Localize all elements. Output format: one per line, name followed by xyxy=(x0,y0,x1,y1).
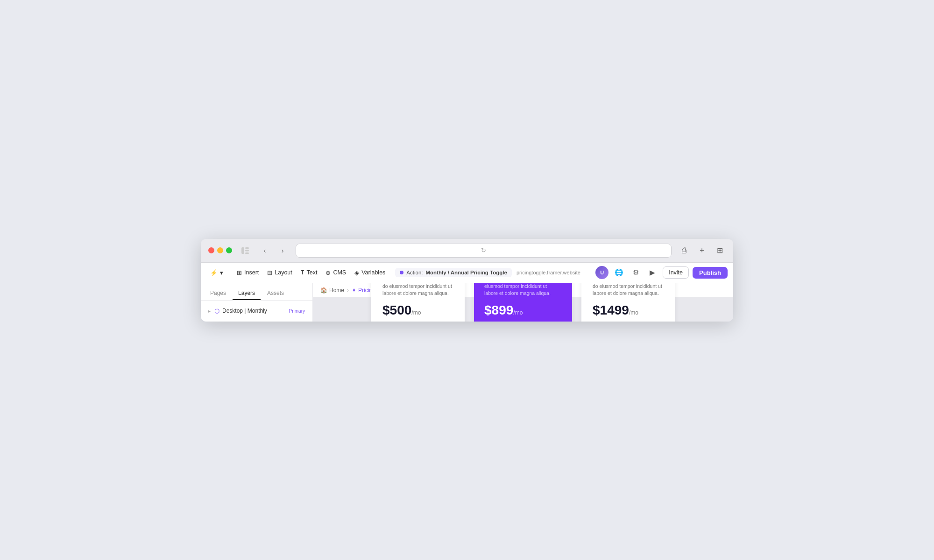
layer-expand-icon: ▸ xyxy=(208,308,211,314)
pricing-card-enterprise: Enterprise Lorem ipsum dolor sit amet, c… xyxy=(581,283,675,322)
avatar: U xyxy=(595,266,609,279)
svg-rect-1 xyxy=(245,247,249,249)
breadcrumb-current-icon: ✦ xyxy=(352,287,356,294)
site-url-label: pricingtoggle.framer.website xyxy=(517,270,580,275)
price-period-enterprise: /mo xyxy=(629,309,638,316)
sidebar-content: ▸ ⬡ Desktop | Monthly Primary xyxy=(201,301,312,322)
back-button[interactable]: ‹ xyxy=(258,244,271,257)
share-button[interactable]: ⎙ xyxy=(678,245,690,257)
settings-button[interactable]: ⚙ xyxy=(629,266,642,279)
pricing-container: Basic Lorem ipsum dolor sit amet, consec… xyxy=(371,283,675,322)
pricing-card-pro: Pro Popular Lorem ipsum dolor sit amet, … xyxy=(474,283,572,322)
price-period-basic: /mo xyxy=(411,309,421,316)
logo-chevron-icon: ▾ xyxy=(220,269,223,276)
browser-navigation: ‹ › xyxy=(258,244,289,257)
plan-desc-enterprise: Lorem ipsum dolor sit amet, consectetur … xyxy=(593,283,664,298)
site-url-button[interactable]: pricingtoggle.framer.website xyxy=(513,267,584,278)
action-indicator[interactable]: Action: Monthly / Annual Pricing Toggle xyxy=(395,268,512,277)
variables-button[interactable]: ◈ Variables xyxy=(351,267,389,279)
insert-button[interactable]: ⊞ Insert xyxy=(233,267,262,279)
traffic-lights xyxy=(208,247,232,253)
sidebar-toggle-button[interactable] xyxy=(239,244,252,257)
browser-actions: ⎙ ＋ ⊞ xyxy=(678,245,726,257)
pricing-card-basic: Basic Lorem ipsum dolor sit amet, consec… xyxy=(371,283,465,322)
insert-icon: ⊞ xyxy=(237,269,242,276)
preview-button[interactable]: ▶ xyxy=(646,266,659,279)
layer-badge: Primary xyxy=(289,308,305,314)
address-bar[interactable]: ↻ xyxy=(296,244,672,258)
breadcrumb-home[interactable]: 🏠 Home xyxy=(320,287,344,294)
forward-button[interactable]: › xyxy=(276,244,289,257)
svg-rect-3 xyxy=(245,252,249,254)
invite-button[interactable]: Invite xyxy=(663,266,689,279)
cms-button[interactable]: ⊕ CMS xyxy=(322,267,350,279)
toolbar-separator-2 xyxy=(392,268,392,277)
price-amount-pro: $899 xyxy=(484,303,513,317)
invite-label: Invite xyxy=(669,269,683,276)
cms-icon: ⊕ xyxy=(325,269,331,276)
variables-label: Variables xyxy=(361,269,385,276)
text-label: Text xyxy=(306,269,317,276)
minimize-button[interactable] xyxy=(217,247,223,253)
layer-item[interactable]: ▸ ⬡ Desktop | Monthly Primary xyxy=(205,305,309,317)
layer-name: Desktop | Monthly xyxy=(222,308,286,314)
main-area: Pages Layers Assets ▸ ⬡ Desktop | Monthl… xyxy=(201,283,733,322)
framer-logo-icon: ⚡ xyxy=(210,269,218,276)
fullscreen-button[interactable] xyxy=(226,247,232,253)
grid-button[interactable]: ⊞ xyxy=(714,245,726,257)
close-button[interactable] xyxy=(208,247,214,253)
price-period-pro: /mo xyxy=(513,309,523,316)
breadcrumb-home-label: Home xyxy=(329,287,344,294)
browser-window: ‹ › ↻ ⎙ ＋ ⊞ ⚡ ▾ ⊞ Insert ⊟ Layout T Text xyxy=(201,239,733,322)
sidebar-tab-layers[interactable]: Layers xyxy=(233,287,261,300)
canvas-area: 🏠 Home › ✦ Pricing Desktop | Monthly - P… xyxy=(313,283,733,322)
action-name: Monthly / Annual Pricing Toggle xyxy=(426,270,507,275)
framer-toolbar: ⚡ ▾ ⊞ Insert ⊟ Layout T Text ⊕ CMS ◈ Var… xyxy=(201,263,733,283)
svg-rect-2 xyxy=(245,250,249,251)
sidebar-tabs: Pages Layers Assets xyxy=(201,283,312,301)
plan-desc-pro: Lorem ipsum dolor sit amet, consectetur … xyxy=(484,283,562,298)
insert-label: Insert xyxy=(244,269,259,276)
text-icon: T xyxy=(301,269,304,276)
new-tab-button[interactable]: ＋ xyxy=(696,245,708,257)
breadcrumb-separator: › xyxy=(347,287,349,294)
price-amount-basic: $500 xyxy=(382,303,411,317)
plan-price-pro: $899/mo xyxy=(484,303,562,318)
layer-component-icon: ⬡ xyxy=(214,308,219,315)
publish-label: Publish xyxy=(699,269,721,276)
text-button[interactable]: T Text xyxy=(297,267,321,278)
logo-menu-button[interactable]: ⚡ ▾ xyxy=(206,267,227,279)
price-amount-enterprise: $1499 xyxy=(593,303,629,317)
plan-price-basic: $500/mo xyxy=(382,303,453,318)
canvas-content: Desktop | Monthly - Primary Basic Lorem … xyxy=(313,303,733,322)
browser-chrome: ‹ › ↻ ⎙ ＋ ⊞ xyxy=(201,239,733,263)
layout-button[interactable]: ⊟ Layout xyxy=(263,267,296,279)
action-prefix: Action: xyxy=(406,270,423,275)
sidebar: Pages Layers Assets ▸ ⬡ Desktop | Monthl… xyxy=(201,283,313,322)
home-page-icon: 🏠 xyxy=(320,287,327,294)
sidebar-tab-pages[interactable]: Pages xyxy=(205,287,232,300)
layout-label: Layout xyxy=(275,269,292,276)
plan-desc-basic: Lorem ipsum dolor sit amet, consectetur … xyxy=(382,283,453,298)
variables-icon: ◈ xyxy=(354,269,359,276)
avatar-initials: U xyxy=(600,270,604,275)
plan-price-enterprise: $1499/mo xyxy=(593,303,664,318)
action-dot-icon xyxy=(400,271,403,274)
cms-label: CMS xyxy=(333,269,346,276)
globe-button[interactable]: 🌐 xyxy=(612,266,625,279)
svg-rect-0 xyxy=(241,247,244,254)
sidebar-tab-assets[interactable]: Assets xyxy=(262,287,290,300)
publish-button[interactable]: Publish xyxy=(693,267,728,279)
reload-icon: ↻ xyxy=(481,247,486,254)
layout-icon: ⊟ xyxy=(267,269,272,276)
toolbar-right: U 🌐 ⚙ ▶ Invite Publish xyxy=(595,266,728,279)
toolbar-separator-1 xyxy=(230,268,230,277)
